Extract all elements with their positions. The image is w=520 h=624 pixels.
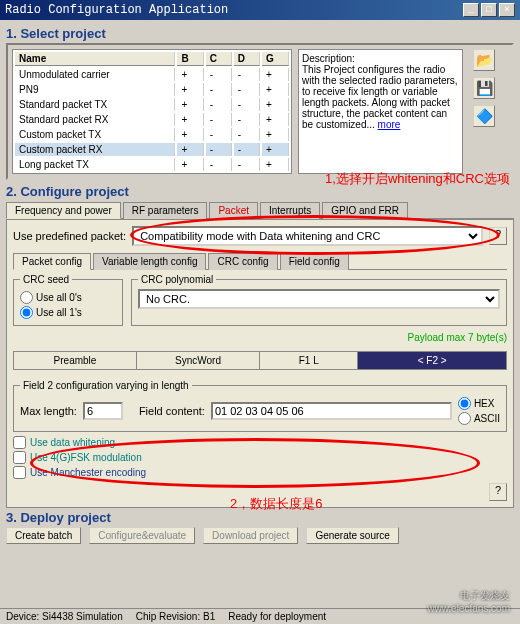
- table-row[interactable]: Standard packet RX+--+: [15, 113, 289, 126]
- description-box: Description: This Project configures the…: [298, 49, 463, 174]
- col-b[interactable]: B: [177, 52, 203, 66]
- field2-legend: Field 2 configuration varying in length: [20, 380, 192, 391]
- tab-gpio[interactable]: GPIO and FRR: [322, 202, 408, 219]
- fieldcontent-label: Field content:: [139, 405, 205, 417]
- tab-crcconfig[interactable]: CRC config: [208, 253, 277, 270]
- table-row[interactable]: Long packet TX+--+: [15, 158, 289, 171]
- manchester-label: Use Manchester encoding: [30, 467, 146, 478]
- window-title: Radio Configuration Application: [5, 3, 228, 17]
- col-g[interactable]: G: [262, 52, 289, 66]
- section3-title: 3. Deploy project: [6, 510, 514, 525]
- tab-rf[interactable]: RF parameters: [123, 202, 208, 219]
- whitening-label: Use data whitening: [30, 437, 115, 448]
- crc-seed-0-radio[interactable]: [20, 291, 33, 304]
- help-button[interactable]: ?: [489, 227, 507, 245]
- open-icon[interactable]: 📂: [473, 49, 495, 71]
- settings-icon[interactable]: 🔷: [473, 105, 495, 127]
- predefined-select[interactable]: Compatibility mode with Data whitening a…: [132, 226, 483, 246]
- maximize-button[interactable]: □: [481, 3, 497, 17]
- fieldcontent-input[interactable]: [211, 402, 452, 420]
- generate-source-button[interactable]: Generate source: [306, 527, 399, 544]
- configure-evaluate-button[interactable]: Configure&evaluate: [89, 527, 195, 544]
- save-icon[interactable]: 💾: [473, 77, 495, 99]
- payload-label: Payload max 7 byte(s): [13, 332, 507, 343]
- tab-frequency[interactable]: Frequency and power: [6, 202, 121, 219]
- packet-diagram: Preamble SyncWord F1 L < F2 >: [13, 351, 507, 370]
- close-button[interactable]: ×: [499, 3, 515, 17]
- section1-title: 1. Select project: [6, 26, 514, 41]
- manchester-checkbox[interactable]: [13, 466, 26, 479]
- crc-poly-legend: CRC polynomial: [138, 274, 216, 285]
- crc-seed-legend: CRC seed: [20, 274, 72, 285]
- description-label: Description:: [302, 53, 459, 64]
- titlebar: Radio Configuration Application _ □ ×: [0, 0, 520, 20]
- section2-title: 2. Configure project: [6, 184, 514, 199]
- tab-packetconfig[interactable]: Packet config: [13, 253, 91, 270]
- tab-packet[interactable]: Packet: [209, 202, 258, 219]
- project-table: Name B C D G Unmodulated carrier+--+ PN9…: [12, 49, 292, 174]
- ascii-label: ASCII: [474, 413, 500, 424]
- sub-tabs: Packet config Variable length config CRC…: [13, 252, 507, 270]
- pkt-syncword[interactable]: SyncWord: [137, 352, 260, 369]
- status-revision: Chip Revision: B1: [130, 609, 222, 624]
- tab-interrupts[interactable]: Interrupts: [260, 202, 320, 219]
- whitening-checkbox[interactable]: [13, 436, 26, 449]
- col-d[interactable]: D: [234, 52, 260, 66]
- crc-poly-select[interactable]: No CRC.: [138, 289, 500, 309]
- crc-seed-fieldset: CRC seed Use all 0's Use all 1's: [13, 274, 123, 326]
- download-project-button[interactable]: Download project: [203, 527, 298, 544]
- predefined-label: Use predefined packet:: [13, 230, 126, 242]
- crc-seed-0-label: Use all 0's: [36, 292, 82, 303]
- status-ready: Ready for deployment: [222, 609, 333, 624]
- help-button-2[interactable]: ?: [489, 483, 507, 501]
- table-row[interactable]: Custom packet TX+--+: [15, 128, 289, 141]
- minimize-button[interactable]: _: [463, 3, 479, 17]
- pkt-f2[interactable]: < F2 >: [358, 352, 506, 369]
- crc-poly-fieldset: CRC polynomial No CRC.: [131, 274, 507, 326]
- more-link[interactable]: more: [378, 119, 401, 130]
- maxlen-label: Max length:: [20, 405, 77, 417]
- main-tabs: Frequency and power RF parameters Packet…: [6, 201, 514, 219]
- pkt-preamble[interactable]: Preamble: [14, 352, 137, 369]
- col-c[interactable]: C: [206, 52, 232, 66]
- table-row[interactable]: Custom packet RX+--+: [15, 143, 289, 156]
- table-row[interactable]: PN9+--+: [15, 83, 289, 96]
- crc-seed-1-label: Use all 1's: [36, 307, 82, 318]
- crc-seed-1-radio[interactable]: [20, 306, 33, 319]
- col-name[interactable]: Name: [15, 52, 175, 66]
- 4gfsk-checkbox[interactable]: [13, 451, 26, 464]
- window-controls: _ □ ×: [463, 3, 515, 17]
- 4gfsk-label: Use 4(G)FSK modulation: [30, 452, 142, 463]
- tab-fieldconfig[interactable]: Field config: [280, 253, 349, 270]
- hex-label: HEX: [474, 398, 495, 409]
- statusbar: Device: Si4438 Simulation Chip Revision:…: [0, 608, 520, 624]
- create-batch-button[interactable]: Create batch: [6, 527, 81, 544]
- tab-varlenconfig[interactable]: Variable length config: [93, 253, 206, 270]
- pkt-f1l[interactable]: F1 L: [260, 352, 358, 369]
- ascii-radio[interactable]: [458, 412, 471, 425]
- status-device: Device: Si4438 Simulation: [0, 609, 130, 624]
- hex-radio[interactable]: [458, 397, 471, 410]
- table-row[interactable]: Standard packet TX+--+: [15, 98, 289, 111]
- table-header-row: Name B C D G: [15, 52, 289, 66]
- table-row[interactable]: Unmodulated carrier+--+: [15, 68, 289, 81]
- maxlen-input[interactable]: [83, 402, 123, 420]
- field2-fieldset: Field 2 configuration varying in length …: [13, 380, 507, 432]
